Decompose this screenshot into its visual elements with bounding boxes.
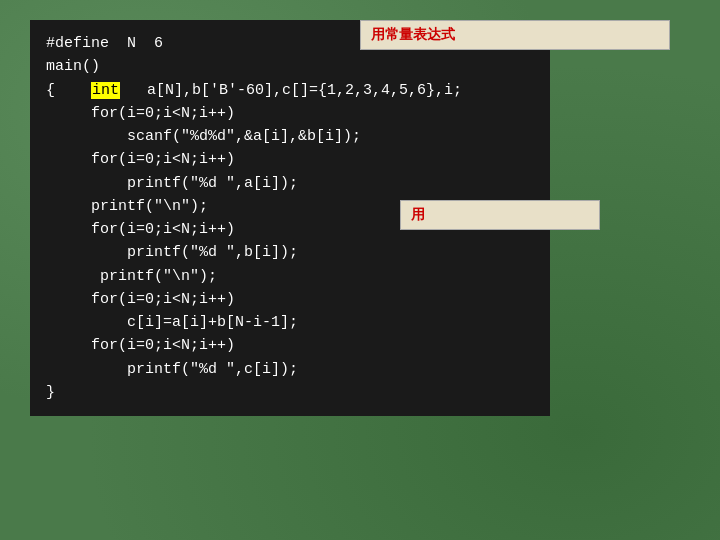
code-line-3: { int a[N],b['B'-60],c[]={1,2,3,4,5,6},i… xyxy=(46,79,534,102)
code-line-16: } xyxy=(46,381,534,404)
annotation-top-text: 用常量表达式 xyxy=(371,26,455,42)
code-line-2: main() xyxy=(46,55,534,78)
code-line-7: printf("%d ",a[i]); xyxy=(46,172,534,195)
annotation-mid-text: 用 xyxy=(411,206,425,222)
code-line-15: printf("%d ",c[i]); xyxy=(46,358,534,381)
annotation-mid: 用 xyxy=(400,200,600,230)
code-line-10: printf("%d ",b[i]); xyxy=(46,241,534,264)
annotation-top: 用常量表达式 xyxy=(360,20,670,50)
code-line-4: for(i=0;i<N;i++) xyxy=(46,102,534,125)
code-line-6: for(i=0;i<N;i++) xyxy=(46,148,534,171)
code-line-12: for(i=0;i<N;i++) xyxy=(46,288,534,311)
int-keyword: int xyxy=(91,82,120,99)
code-line-13: c[i]=a[i]+b[N-i-1]; xyxy=(46,311,534,334)
code-line-14: for(i=0;i<N;i++) xyxy=(46,334,534,357)
code-line-5: scanf("%d%d",&a[i],&b[i]); xyxy=(46,125,534,148)
code-line-11: printf("\n"); xyxy=(46,265,534,288)
